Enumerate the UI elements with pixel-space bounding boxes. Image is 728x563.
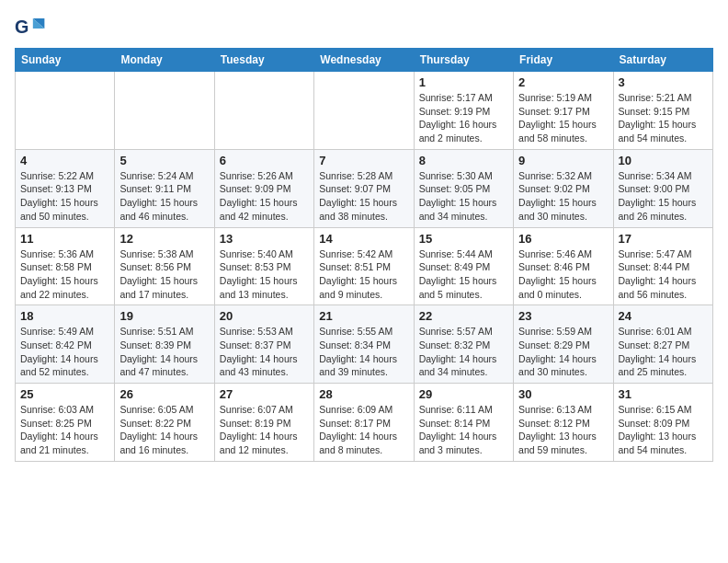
day-number: 15 [419,232,508,246]
day-number: 26 [119,387,209,401]
weekday-header-friday: Friday [514,49,613,72]
calendar-cell: 9Sunrise: 5:32 AMSunset: 9:02 PMDaylight… [514,149,613,227]
calendar-cell: 28Sunrise: 6:09 AMSunset: 8:17 PMDayligh… [314,384,414,462]
day-number: 13 [220,232,309,246]
calendar-cell: 20Sunrise: 5:53 AMSunset: 8:37 PMDayligh… [214,305,313,384]
weekday-header-sunday: Sunday [16,49,115,72]
day-number: 9 [518,154,608,167]
day-info: Sunrise: 6:01 AMSunset: 8:27 PMDaylight:… [619,325,708,379]
calendar-cell: 31Sunrise: 6:15 AMSunset: 8:09 PMDayligh… [613,384,712,462]
calendar-cell: 8Sunrise: 5:30 AMSunset: 9:05 PMDaylight… [414,149,513,227]
day-info: Sunrise: 5:40 AMSunset: 8:53 PMDaylight:… [220,247,309,302]
day-info: Sunrise: 5:17 AMSunset: 9:19 PMDaylight:… [419,91,508,145]
calendar-cell [214,72,313,150]
day-number: 22 [419,309,508,323]
day-info: Sunrise: 6:13 AMSunset: 8:12 PMDaylight:… [518,403,608,457]
weekday-header-saturday: Saturday [613,49,712,72]
weekday-header-wednesday: Wednesday [314,49,414,72]
calendar-cell: 13Sunrise: 5:40 AMSunset: 8:53 PMDayligh… [214,227,313,305]
weekday-header-row: SundayMondayTuesdayWednesdayThursdayFrid… [16,49,713,72]
calendar-cell: 26Sunrise: 6:05 AMSunset: 8:22 PMDayligh… [115,384,214,462]
calendar-cell: 1Sunrise: 5:17 AMSunset: 9:19 PMDaylight… [414,72,513,150]
calendar-cell: 30Sunrise: 6:13 AMSunset: 8:12 PMDayligh… [514,384,613,462]
day-number: 3 [619,75,708,89]
day-info: Sunrise: 5:36 AMSunset: 8:58 PMDaylight:… [20,247,109,302]
calendar-cell: 22Sunrise: 5:57 AMSunset: 8:32 PMDayligh… [414,305,513,384]
calendar-cell: 11Sunrise: 5:36 AMSunset: 8:58 PMDayligh… [16,227,115,305]
day-info: Sunrise: 5:32 AMSunset: 9:02 PMDaylight:… [518,169,608,224]
calendar-cell: 12Sunrise: 5:38 AMSunset: 8:56 PMDayligh… [115,227,214,305]
calendar-cell: 5Sunrise: 5:24 AMSunset: 9:11 PMDaylight… [115,149,214,227]
calendar-cell: 19Sunrise: 5:51 AMSunset: 8:39 PMDayligh… [115,305,214,384]
svg-text:G: G [15,17,28,37]
day-info: Sunrise: 5:46 AMSunset: 8:46 PMDaylight:… [518,247,608,302]
day-number: 7 [319,154,408,167]
day-info: Sunrise: 5:21 AMSunset: 9:15 PMDaylight:… [619,91,708,145]
day-number: 28 [319,387,408,401]
day-info: Sunrise: 5:30 AMSunset: 9:05 PMDaylight:… [419,169,508,224]
day-number: 30 [518,387,608,401]
day-info: Sunrise: 5:59 AMSunset: 8:29 PMDaylight:… [518,325,608,379]
day-info: Sunrise: 5:57 AMSunset: 8:32 PMDaylight:… [419,325,508,379]
day-info: Sunrise: 5:28 AMSunset: 9:07 PMDaylight:… [319,169,408,224]
calendar-cell: 21Sunrise: 5:55 AMSunset: 8:34 PMDayligh… [314,305,414,384]
day-number: 1 [419,75,508,89]
day-number: 5 [119,154,209,167]
day-number: 16 [518,232,608,246]
day-number: 8 [419,154,508,167]
logo-icon: G [15,15,48,40]
day-info: Sunrise: 6:15 AMSunset: 8:09 PMDaylight:… [619,403,708,457]
calendar-cell [115,72,214,150]
day-info: Sunrise: 5:55 AMSunset: 8:34 PMDaylight:… [319,325,408,379]
day-number: 25 [20,387,109,401]
day-number: 19 [119,309,209,323]
calendar-cell [314,72,414,150]
day-number: 11 [20,232,109,246]
day-number: 12 [119,232,209,246]
day-number: 29 [419,387,508,401]
calendar-cell [16,72,115,150]
calendar-cell: 14Sunrise: 5:42 AMSunset: 8:51 PMDayligh… [314,227,414,305]
calendar-cell: 17Sunrise: 5:47 AMSunset: 8:44 PMDayligh… [613,227,712,305]
day-number: 6 [220,154,309,167]
day-info: Sunrise: 5:38 AMSunset: 8:56 PMDaylight:… [119,247,209,302]
day-info: Sunrise: 5:44 AMSunset: 8:49 PMDaylight:… [419,247,508,302]
day-number: 10 [619,154,708,167]
calendar-cell: 16Sunrise: 5:46 AMSunset: 8:46 PMDayligh… [514,227,613,305]
day-info: Sunrise: 5:53 AMSunset: 8:37 PMDaylight:… [220,325,309,379]
day-info: Sunrise: 5:47 AMSunset: 8:44 PMDaylight:… [619,247,708,302]
day-info: Sunrise: 5:42 AMSunset: 8:51 PMDaylight:… [319,247,408,302]
weekday-header-thursday: Thursday [414,49,513,72]
day-info: Sunrise: 6:11 AMSunset: 8:14 PMDaylight:… [419,403,508,457]
page-header: G [15,15,713,40]
day-number: 4 [20,154,109,167]
calendar-cell: 2Sunrise: 5:19 AMSunset: 9:17 PMDaylight… [514,72,613,150]
day-number: 14 [319,232,408,246]
calendar-cell: 18Sunrise: 5:49 AMSunset: 8:42 PMDayligh… [16,305,115,384]
calendar-body: 1Sunrise: 5:17 AMSunset: 9:19 PMDaylight… [16,72,713,462]
weekday-header-tuesday: Tuesday [214,49,313,72]
day-number: 23 [518,309,608,323]
day-info: Sunrise: 5:24 AMSunset: 9:11 PMDaylight:… [119,169,209,224]
weekday-header-monday: Monday [115,49,214,72]
calendar-cell: 27Sunrise: 6:07 AMSunset: 8:19 PMDayligh… [214,384,313,462]
day-info: Sunrise: 6:03 AMSunset: 8:25 PMDaylight:… [20,403,109,457]
calendar-cell: 15Sunrise: 5:44 AMSunset: 8:49 PMDayligh… [414,227,513,305]
day-info: Sunrise: 6:09 AMSunset: 8:17 PMDaylight:… [319,403,408,457]
calendar-cell: 4Sunrise: 5:22 AMSunset: 9:13 PMDaylight… [16,149,115,227]
calendar-cell: 29Sunrise: 6:11 AMSunset: 8:14 PMDayligh… [414,384,513,462]
day-info: Sunrise: 5:34 AMSunset: 9:00 PMDaylight:… [619,169,708,224]
calendar-row: 25Sunrise: 6:03 AMSunset: 8:25 PMDayligh… [16,384,713,462]
day-info: Sunrise: 5:19 AMSunset: 9:17 PMDaylight:… [518,91,608,145]
day-info: Sunrise: 5:26 AMSunset: 9:09 PMDaylight:… [220,169,309,224]
calendar-row: 4Sunrise: 5:22 AMSunset: 9:13 PMDaylight… [16,149,713,227]
day-number: 24 [619,309,708,323]
day-number: 31 [619,387,708,401]
calendar-cell: 23Sunrise: 5:59 AMSunset: 8:29 PMDayligh… [514,305,613,384]
calendar-cell: 10Sunrise: 5:34 AMSunset: 9:00 PMDayligh… [613,149,712,227]
calendar-cell: 7Sunrise: 5:28 AMSunset: 9:07 PMDaylight… [314,149,414,227]
calendar-row: 18Sunrise: 5:49 AMSunset: 8:42 PMDayligh… [16,305,713,384]
calendar-cell: 25Sunrise: 6:03 AMSunset: 8:25 PMDayligh… [16,384,115,462]
day-info: Sunrise: 5:51 AMSunset: 8:39 PMDaylight:… [119,325,209,379]
calendar-row: 11Sunrise: 5:36 AMSunset: 8:58 PMDayligh… [16,227,713,305]
